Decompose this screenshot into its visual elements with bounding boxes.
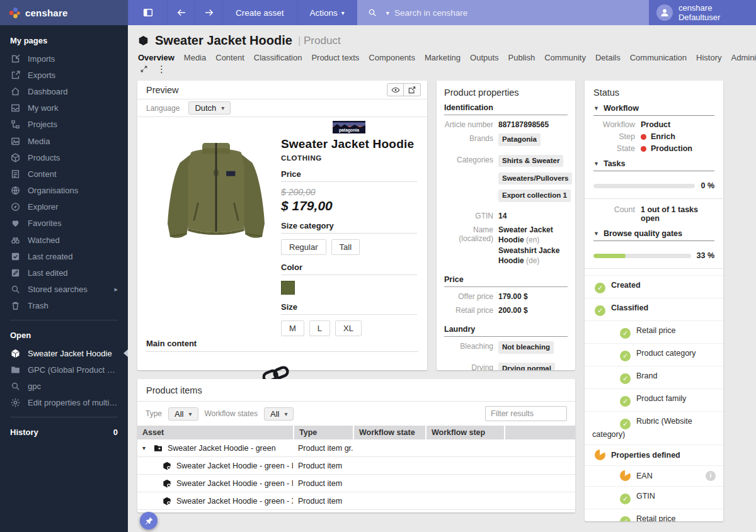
tab-administration[interactable]: Administration	[731, 53, 756, 62]
quality-gate-rubric-website-category[interactable]: ✓Rubric (Website category)	[585, 411, 723, 444]
tab-components[interactable]: Components	[369, 53, 415, 62]
size-option-xl[interactable]: XL	[335, 320, 362, 336]
properties-section-price: Price	[444, 269, 568, 287]
quality-gate-retail-price[interactable]: ✓Retail price	[585, 509, 723, 521]
sidebar-item-products[interactable]: Products	[0, 149, 128, 166]
tab-product-texts[interactable]: Product texts	[311, 53, 359, 62]
tab-details[interactable]: Details	[595, 53, 621, 62]
tab-media[interactable]: Media	[184, 53, 206, 62]
sidebar-item-gpc-global-product-cla[interactable]: GPC (Global Product Cla...	[0, 361, 128, 378]
workflow-section-header[interactable]: ▼ Workflow	[593, 104, 714, 116]
tab-overview[interactable]: Overview	[138, 53, 175, 62]
filter-results-input[interactable]	[485, 406, 567, 421]
product-item-icon	[162, 461, 172, 471]
column-header-workflow-state[interactable]: Workflow state	[353, 426, 425, 439]
expand-arrow-icon[interactable]: ▾	[142, 444, 149, 451]
size-option-l[interactable]: L	[309, 320, 330, 336]
sidebar-item-content[interactable]: Content	[0, 166, 128, 182]
sidebar-item-organisations[interactable]: Organisations	[0, 183, 128, 199]
sidebar-item-label: Sweater Jacket Hoodie	[28, 349, 118, 358]
tab-content[interactable]: Content	[215, 53, 244, 62]
explorer-icon	[10, 201, 21, 212]
sidebar-item-explorer[interactable]: Explorer	[0, 199, 128, 215]
quality-gate-retail-price[interactable]: ✓Retail price	[585, 320, 723, 343]
open-media-button[interactable]	[404, 83, 421, 96]
language-select[interactable]: Dutch▾	[188, 101, 231, 115]
sidebar-item-my-work[interactable]: My work	[0, 100, 128, 116]
expand-icon[interactable]	[140, 65, 148, 73]
user-menu[interactable]: censhare Defaultuser	[649, 0, 756, 25]
tab-outputs[interactable]: Outputs	[470, 53, 499, 62]
sidebar-item-last-edited[interactable]: Last edited	[0, 264, 128, 281]
workflow-state-cell	[353, 439, 425, 456]
sidebar-item-trash[interactable]: Trash	[0, 298, 128, 314]
quality-gate-created[interactable]: ✓Created	[585, 275, 723, 298]
table-row-sweater-jacket-hoodie-green-l[interactable]: Sweater Jacket Hoodie - green - LProduct…	[137, 457, 575, 475]
history-header[interactable]: History 0	[0, 423, 128, 442]
property-value: Shirts & SweaterSweaters/PulloversExport…	[498, 155, 572, 207]
brand-name: censhare	[25, 8, 67, 18]
info-icon[interactable]: i	[706, 471, 716, 481]
quality-gate-product-category[interactable]: ✓Product category	[585, 343, 723, 366]
sidebar-item-favorites[interactable]: Favorites	[0, 215, 128, 232]
user-name: censhare Defaultuser	[679, 3, 756, 22]
quality-gate-product-family[interactable]: ✓Product family	[585, 388, 723, 411]
tab-classification[interactable]: Classification	[254, 53, 302, 62]
table-row-sweater-jacket-hoodie-green-m[interactable]: Sweater Jacket Hoodie - green - MProduct…	[137, 475, 575, 492]
color-swatch[interactable]	[281, 281, 295, 295]
panel-toggle-button[interactable]	[128, 0, 167, 25]
quality-gate-classified[interactable]: ✓Classified	[585, 298, 723, 320]
quality-gate-label: Rubric (Website category)	[592, 417, 692, 439]
sidebar-item-gpc[interactable]: gpc	[0, 378, 128, 394]
tab-publish[interactable]: Publish	[508, 53, 536, 62]
tab-communication[interactable]: Communication	[630, 53, 687, 62]
tab-marketing[interactable]: Marketing	[425, 53, 461, 62]
tasks-section-header[interactable]: ▼ Tasks	[593, 159, 714, 171]
sidebar-item-sweater-jacket-hoodie[interactable]: Sweater Jacket Hoodie	[0, 345, 128, 361]
sidebar-item-projects[interactable]: Projects	[0, 116, 128, 133]
quality-gate-gtin[interactable]: ✓GTIN	[585, 486, 723, 509]
column-header-asset[interactable]: Asset	[137, 426, 293, 439]
workflow-states-filter-select[interactable]: All▾	[264, 407, 294, 421]
size-option-m[interactable]: M	[281, 320, 304, 336]
column-header-workflow-step[interactable]: Workflow step	[425, 426, 504, 439]
tab-history[interactable]: History	[696, 53, 721, 62]
back-button[interactable]	[167, 0, 195, 25]
property-value: 179.00 $	[498, 291, 568, 302]
tasks-progress: 0 %	[593, 181, 714, 190]
product-items-panel: Product items Type All▾ Workflow states …	[137, 379, 575, 512]
tab-community[interactable]: Community	[544, 53, 586, 62]
size-category-option-tall[interactable]: Tall	[331, 239, 360, 255]
forward-button[interactable]	[195, 0, 222, 25]
sidebar-item-watched[interactable]: Watched	[0, 232, 128, 248]
workflow-step-cell	[425, 439, 504, 456]
table-row-sweater-jacket-hoodie-green[interactable]: ▾Sweater Jacket Hoodie - greenProduct it…	[137, 439, 575, 457]
censhare-logo[interactable]: censhare	[0, 0, 128, 25]
create-asset-button[interactable]: Create asset	[222, 0, 297, 25]
size-category-heading: Size category	[281, 221, 417, 234]
global-search-input[interactable]: ▾ Search in censhare	[357, 0, 649, 25]
actions-button[interactable]: Actions▾	[297, 0, 357, 25]
pin-fab-button[interactable]	[140, 512, 158, 529]
table-row-sweater-jacket-hoodie-green-xl[interactable]: Sweater Jacket Hoodie - green - XLProduc…	[137, 492, 575, 510]
type-filter-select[interactable]: All▾	[168, 407, 198, 421]
sidebar-item-last-created[interactable]: Last created	[0, 248, 128, 264]
more-options-icon[interactable]: ⋮	[157, 65, 166, 73]
sidebar-item-media[interactable]: Media	[0, 133, 128, 149]
sidebar-item-imports[interactable]: Imports	[0, 50, 128, 67]
quality-gates-section-header[interactable]: ▼ Browse quality gates	[593, 229, 714, 241]
sidebar-item-stored-searches[interactable]: Stored searches▸	[0, 281, 128, 298]
chevron-down-icon: ▾	[341, 9, 345, 16]
column-header-blank[interactable]	[504, 426, 575, 439]
quality-gate-ean[interactable]: EANi	[585, 465, 723, 486]
property-value: Not bleaching	[498, 341, 568, 359]
search-scope-chevron-icon[interactable]: ▾	[386, 9, 389, 16]
sidebar-item-exports[interactable]: Exports	[0, 67, 128, 83]
size-category-option-regular[interactable]: Regular	[281, 239, 326, 255]
quality-gate-brand[interactable]: ✓Brand	[585, 366, 723, 388]
sidebar-item-dashboard[interactable]: Dashboard	[0, 83, 128, 99]
preview-eye-button[interactable]	[387, 83, 404, 96]
quality-gate-properties-defined[interactable]: Properties defined	[585, 444, 723, 465]
sidebar-item-edit-properties-of-multipl[interactable]: Edit properties of multipl...	[0, 395, 128, 411]
column-header-type[interactable]: Type	[293, 426, 353, 439]
